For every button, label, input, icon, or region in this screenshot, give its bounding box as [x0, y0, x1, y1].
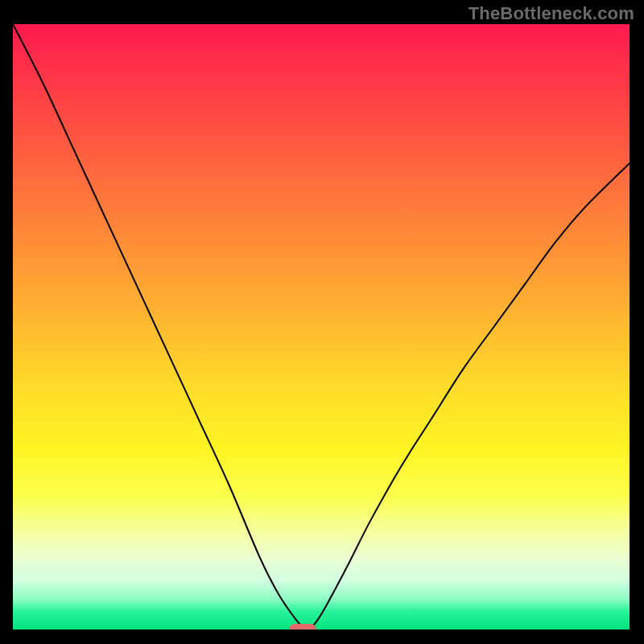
plot-area — [13, 24, 630, 630]
watermark-text: TheBottleneck.com — [469, 3, 634, 24]
chart-frame: TheBottleneck.com — [0, 0, 644, 644]
optimal-marker — [289, 624, 316, 630]
bottleneck-curve — [13, 24, 630, 630]
